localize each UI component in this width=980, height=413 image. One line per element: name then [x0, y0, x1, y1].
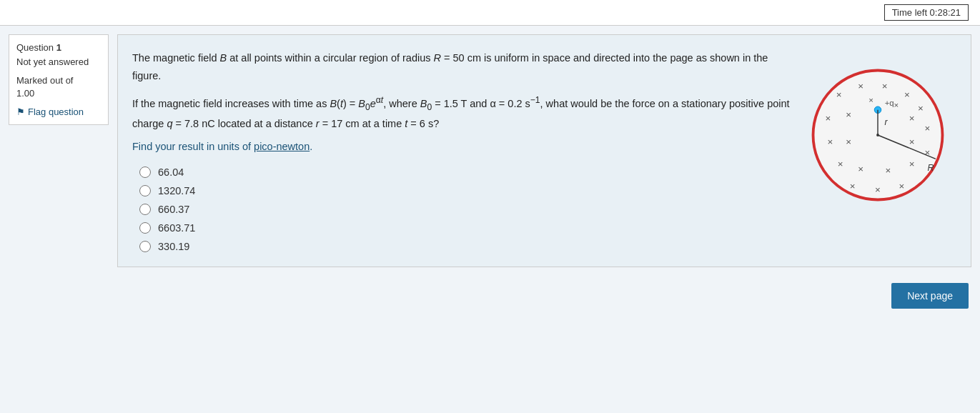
- options-list: 66.04 1320.74 660.37 6603.71: [139, 166, 791, 252]
- svg-text:×: ×: [858, 164, 863, 174]
- question-and-diagram: The magnetic field B at all points withi…: [132, 49, 956, 252]
- option-item-2: 1320.74: [139, 185, 791, 196]
- svg-text:×: ×: [826, 113, 831, 124]
- svg-text:×: ×: [899, 181, 904, 191]
- not-answered-label: Not yet answered: [16, 56, 101, 69]
- find-text: Find your result in units of pico-newton…: [132, 141, 791, 152]
- svg-text:×: ×: [909, 159, 915, 169]
- svg-text:×: ×: [868, 96, 873, 104]
- question-text-p2: If the magnetic field increases with tim…: [132, 93, 791, 132]
- option-radio-4[interactable]: [139, 222, 151, 234]
- pico-newton-link[interactable]: pico-newton: [254, 141, 310, 152]
- svg-text:×: ×: [909, 113, 915, 124]
- svg-text:×: ×: [894, 101, 899, 109]
- top-bar: Time left 0:28:21: [0, 0, 980, 26]
- option-radio-2[interactable]: [139, 185, 151, 196]
- option-radio-5[interactable]: [139, 241, 151, 252]
- option-label-1: 66.04: [158, 166, 184, 178]
- svg-text:×: ×: [836, 89, 842, 100]
- diagram-area: × × × × × × × × × × × × × ×: [799, 49, 956, 252]
- flag-question-link[interactable]: ⚑ Flag question: [16, 106, 101, 117]
- option-radio-1[interactable]: [139, 166, 151, 178]
- content-area: The magnetic field B at all points withi…: [117, 34, 971, 267]
- svg-point-29: [876, 134, 879, 136]
- option-item-1: 66.04: [139, 166, 791, 178]
- sidebar: Question 1 Not yet answered Marked out o…: [9, 34, 109, 267]
- svg-text:×: ×: [885, 165, 891, 176]
- sidebar-card: Question 1 Not yet answered Marked out o…: [9, 34, 109, 125]
- diagram-svg: × × × × × × × × × × × × × ×: [806, 56, 949, 214]
- option-item-4: 6603.71: [139, 222, 791, 234]
- svg-text:R: R: [928, 163, 934, 173]
- question-label: Question 1: [16, 42, 101, 53]
- svg-text:×: ×: [850, 181, 856, 191]
- option-item-3: 660.37: [139, 204, 791, 215]
- svg-text:×: ×: [909, 136, 915, 147]
- marked-out-label: Marked out of 1.00: [16, 74, 101, 100]
- svg-text:×: ×: [925, 123, 931, 134]
- question-text-p1: The magnetic field B at all points withi…: [132, 49, 791, 84]
- svg-text:×: ×: [846, 109, 851, 120]
- option-label-5: 330.19: [158, 241, 189, 252]
- bottom-bar: Next page: [0, 276, 980, 316]
- svg-text:×: ×: [875, 184, 881, 195]
- option-radio-3[interactable]: [139, 204, 151, 215]
- option-label-2: 1320.74: [158, 185, 195, 196]
- svg-text:×: ×: [918, 103, 924, 114]
- svg-text:×: ×: [882, 81, 888, 91]
- svg-text:×: ×: [904, 89, 910, 100]
- flag-icon: ⚑: [16, 106, 25, 117]
- next-page-button[interactable]: Next page: [891, 283, 969, 309]
- svg-text:×: ×: [846, 136, 851, 147]
- svg-text:×: ×: [827, 136, 833, 147]
- question-column: The magnetic field B at all points withi…: [132, 49, 791, 252]
- svg-text:×: ×: [858, 81, 863, 91]
- option-label-3: 660.37: [158, 204, 189, 215]
- svg-text:×: ×: [838, 159, 843, 169]
- main-layout: Question 1 Not yet answered Marked out o…: [0, 26, 980, 276]
- timer: Time left 0:28:21: [884, 4, 969, 21]
- option-item-5: 330.19: [139, 241, 791, 252]
- svg-text:+q: +q: [885, 99, 894, 107]
- option-label-4: 6603.71: [158, 222, 195, 234]
